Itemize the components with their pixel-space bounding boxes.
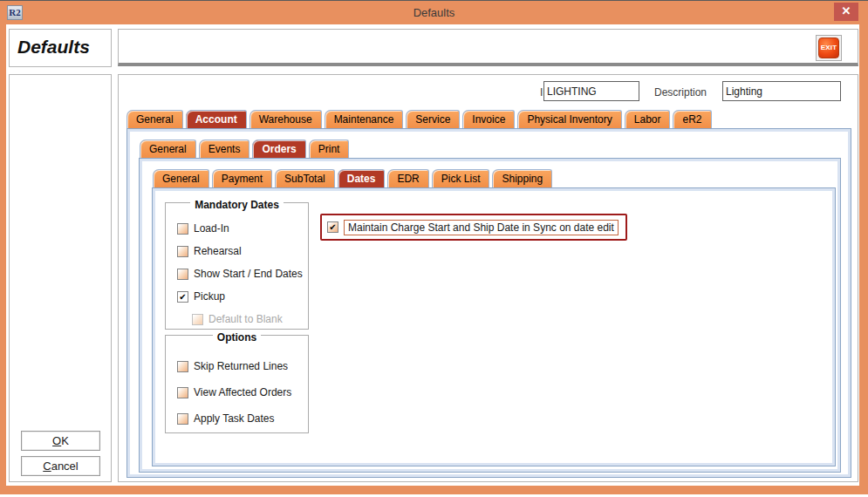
checkbox-label: View Affected Orders (194, 386, 291, 398)
mandatory-dates-title: Mandatory Dates (190, 199, 284, 211)
tabrow-level3: GeneralPaymentSubTotalDatesEDRPick ListS… (153, 169, 552, 187)
ok-button[interactable]: OK (21, 431, 100, 451)
cancel-button[interactable]: Cancel (21, 456, 100, 476)
options-groupbox: Options Skip Returned LinesView Affected… (165, 335, 309, 433)
checkbox-row-view-affected-orders[interactable]: View Affected Orders (166, 379, 308, 405)
checkbox[interactable] (177, 413, 188, 425)
tab-edr[interactable]: EDR (387, 169, 428, 187)
orders-tab-page: GeneralPaymentSubTotalDatesEDRPick ListS… (139, 158, 841, 473)
tab-er2[interactable]: eR2 (673, 110, 711, 128)
tab-print[interactable]: Print (309, 140, 350, 158)
tab-payment[interactable]: Payment (212, 169, 272, 187)
checkbox[interactable] (177, 269, 188, 280)
groupbox-legend: Options (166, 329, 308, 344)
description-input[interactable] (722, 81, 841, 101)
checkbox-label: Rehearsal (194, 245, 242, 257)
tab-maintenance[interactable]: Maintenance (325, 110, 404, 128)
checkbox-row-skip-returned-lines[interactable]: Skip Returned Lines (166, 353, 308, 379)
id-input[interactable] (543, 81, 639, 101)
tab-physical-inventory[interactable]: Physical Inventory (517, 110, 621, 128)
sync-option-highlight-row[interactable]: ✔ Maintain Charge Start and Ship Date in… (320, 214, 627, 241)
checkbox-label: Load-In (194, 222, 229, 235)
checkbox[interactable] (177, 387, 188, 398)
tab-labor[interactable]: Labor (625, 110, 671, 128)
tab-shipping[interactable]: Shipping (492, 169, 552, 187)
description-label: Description (654, 86, 707, 99)
defaults-window: R2 Defaults ✕ Defaults OK Cancel EXIT ID… (0, 0, 868, 497)
titlebar: R2 Defaults ✕ (0, 0, 868, 24)
page-title: Defaults (17, 37, 90, 58)
checkbox[interactable] (177, 246, 188, 257)
main-content-panel: ID Description GeneralAccountWarehouseMa… (118, 74, 858, 482)
tab-dates[interactable]: Dates (338, 169, 386, 187)
checkbox-row-pickup[interactable]: ✔Pickup (166, 285, 308, 308)
toolbar: EXIT (118, 29, 858, 66)
mandatory-dates-groupbox: Mandatory Dates Load-InRehearsalShow Sta… (165, 202, 309, 330)
tab-account[interactable]: Account (186, 110, 247, 128)
tab-subtotal[interactable]: SubTotal (275, 169, 335, 187)
checkbox-row-apply-task-dates[interactable]: Apply Task Dates (166, 405, 308, 432)
tab-service[interactable]: Service (406, 110, 460, 128)
tabrow-level2: GeneralEventsOrdersPrint (140, 140, 349, 158)
dates-tab-page: Mandatory Dates Load-InRehearsalShow Sta… (152, 187, 836, 466)
checkbox-row-default-to-blank: Default to Blank (166, 308, 308, 330)
tab-general[interactable]: General (153, 169, 209, 187)
checkbox[interactable]: ✔ (177, 291, 188, 303)
tab-events[interactable]: Events (199, 140, 250, 158)
left-sidebar-panel: OK Cancel (9, 74, 112, 482)
tab-invoice[interactable]: Invoice (462, 110, 515, 128)
tab-general[interactable]: General (140, 140, 196, 158)
checkbox[interactable] (177, 223, 188, 235)
groupbox-legend: Mandatory Dates (166, 196, 308, 212)
tab-orders[interactable]: Orders (252, 140, 305, 158)
sync-option-label: Maintain Charge Start and Ship Date in S… (344, 220, 619, 235)
checkbox-label: Show Start / End Dates (194, 268, 303, 280)
checkbox-label: Default to Blank (208, 313, 283, 325)
tab-pick-list[interactable]: Pick List (432, 169, 490, 187)
sync-option-checkbox[interactable]: ✔ (327, 221, 338, 233)
window-title: Defaults (0, 6, 868, 19)
exit-button[interactable]: EXIT (818, 37, 839, 58)
checkbox (192, 314, 203, 325)
checkbox-label: Pickup (194, 290, 225, 303)
checkbox-label: Apply Task Dates (194, 412, 275, 425)
client-area: Defaults OK Cancel EXIT ID Description G… (6, 24, 859, 486)
tabrow-level1: GeneralAccountWarehouseMaintenanceServic… (126, 110, 712, 128)
checkbox-row-load-in[interactable]: Load-In (166, 217, 308, 240)
checkbox-row-rehearsal[interactable]: Rehearsal (166, 240, 308, 262)
exit-button-frame: EXIT (816, 35, 842, 61)
checkbox-row-show-start-end-dates[interactable]: Show Start / End Dates (166, 262, 308, 285)
close-icon[interactable]: ✕ (834, 3, 858, 21)
account-tab-page: GeneralEventsOrdersPrint GeneralPaymentS… (126, 128, 851, 478)
options-title: Options (213, 331, 261, 344)
tab-warehouse[interactable]: Warehouse (249, 110, 322, 128)
checkbox-label: Skip Returned Lines (194, 360, 288, 372)
page-title-box: Defaults (9, 29, 112, 67)
tab-general[interactable]: General (126, 110, 183, 128)
checkbox[interactable] (177, 361, 188, 372)
